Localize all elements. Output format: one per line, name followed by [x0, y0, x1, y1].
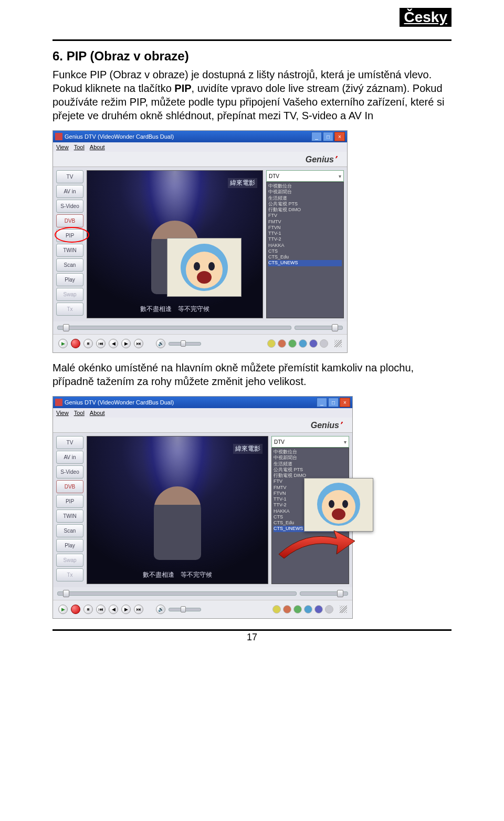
pip-overlay[interactable] — [167, 238, 242, 297]
avin-button[interactable]: AV in — [56, 451, 83, 464]
close-button[interactable]: × — [340, 398, 350, 407]
tx-button[interactable]: Tx — [56, 303, 83, 316]
dot-green[interactable] — [288, 339, 297, 348]
list-item[interactable]: TTV-2 — [268, 236, 342, 242]
scan-button[interactable]: Scan — [56, 258, 83, 272]
titlebar[interactable]: Genius DTV (VideoWonder CardBus Dual) _ … — [53, 131, 347, 142]
fwd-button[interactable]: ▶ — [121, 605, 131, 614]
close-button[interactable]: × — [334, 132, 345, 141]
next-button[interactable]: ⏭ — [134, 605, 143, 614]
fwd-button[interactable]: ▶ — [121, 339, 131, 348]
stop-button[interactable]: ■ — [83, 339, 93, 348]
seek-track-2[interactable] — [295, 326, 343, 330]
rew-button[interactable]: ◀ — [109, 339, 118, 348]
mute-button[interactable]: 🔊 — [156, 605, 165, 614]
prev-button[interactable]: ⏮ — [96, 605, 106, 614]
maximize-button[interactable]: □ — [328, 398, 339, 407]
source-dropdown[interactable]: DTV — [266, 170, 344, 182]
play-button[interactable]: Play — [56, 273, 83, 286]
pip-detached-window[interactable] — [304, 478, 373, 532]
list-item[interactable]: 公共電視 PTS — [268, 201, 342, 207]
minimize-button[interactable]: _ — [317, 398, 327, 407]
list-item[interactable]: 中視新聞台 — [274, 455, 347, 461]
volume-slider[interactable] — [169, 608, 201, 611]
list-item[interactable]: FTV — [268, 213, 342, 219]
dot-yellow[interactable] — [267, 339, 276, 348]
list-item[interactable]: 公共電視 PTS — [274, 467, 347, 473]
seek-thumb[interactable] — [63, 590, 69, 597]
list-item[interactable]: FTVN — [268, 225, 342, 231]
twin-button[interactable]: TWIN — [56, 510, 83, 523]
tv-button[interactable]: TV — [56, 436, 83, 449]
video-area[interactable]: 緯來電影 數不盡相逢 等不完守候 — [87, 170, 263, 318]
dot-cyan[interactable] — [304, 605, 312, 614]
list-item[interactable]: 中視數位台 — [274, 449, 347, 455]
dot-grey[interactable] — [320, 339, 328, 348]
menu-about[interactable]: About — [90, 144, 105, 150]
seek-thumb[interactable] — [63, 324, 69, 331]
menu-tool[interactable]: Tool — [74, 410, 85, 416]
resize-grip[interactable] — [340, 606, 347, 613]
channel-list[interactable]: 中視數位台 中視新聞台 生活頻道 公共電視 PTS 行動電視 DIMO FTV … — [266, 182, 344, 318]
rew-button[interactable]: ◀ — [109, 605, 118, 614]
dot-grey[interactable] — [325, 605, 333, 614]
list-item[interactable]: HAKKA — [268, 243, 342, 248]
twin-button[interactable]: TWIN — [56, 244, 83, 257]
record-button[interactable] — [71, 339, 80, 348]
seek-track-2[interactable] — [300, 591, 348, 596]
titlebar[interactable]: Genius DTV (VideoWonder CardBus Dual) _ … — [53, 397, 352, 408]
dvb-button[interactable]: DVB — [56, 480, 83, 493]
minimize-button[interactable]: _ — [311, 132, 322, 141]
dot-blue[interactable] — [309, 339, 318, 348]
pip-button[interactable]: PIP — [56, 229, 83, 242]
menu-view[interactable]: View — [56, 410, 69, 416]
video-area[interactable]: 緯來電影 數不盡相逢 等不完守候 — [87, 436, 268, 584]
resize-grip[interactable] — [334, 340, 342, 347]
list-item[interactable]: 行動電視 DIMO — [268, 207, 342, 213]
record-button[interactable] — [71, 605, 80, 614]
pip-button[interactable]: PIP — [56, 495, 83, 508]
play-ctrl-button[interactable]: ▶ — [58, 339, 68, 348]
seek-track[interactable] — [57, 591, 297, 596]
swap-button[interactable]: Swap — [56, 288, 83, 301]
dot-orange[interactable] — [278, 339, 286, 348]
list-item[interactable]: 生活頻道 — [268, 195, 342, 201]
menu-tool[interactable]: Tool — [74, 144, 85, 150]
dot-yellow[interactable] — [272, 605, 281, 614]
scan-button[interactable]: Scan — [56, 524, 83, 537]
seek-thumb-2[interactable] — [332, 324, 338, 331]
list-item[interactable]: CTS_Edu — [268, 254, 342, 260]
list-item[interactable]: TTV-1 — [268, 231, 342, 236]
dot-green[interactable] — [293, 605, 302, 614]
list-item[interactable]: FMTV — [268, 219, 342, 225]
volume-slider[interactable] — [169, 342, 201, 346]
play-ctrl-button[interactable]: ▶ — [58, 605, 68, 614]
svideo-button[interactable]: S-Video — [56, 200, 83, 213]
list-item-selected[interactable]: CTS_UNEWS — [268, 260, 342, 266]
dot-blue[interactable] — [314, 605, 323, 614]
seek-thumb-2[interactable] — [337, 590, 343, 597]
avin-button[interactable]: AV in — [56, 185, 83, 198]
list-item[interactable]: 中視新聞台 — [268, 189, 342, 195]
next-button[interactable]: ⏭ — [134, 339, 143, 348]
swap-button[interactable]: Swap — [56, 554, 83, 567]
dvb-button[interactable]: DVB — [56, 214, 83, 227]
play-button[interactable]: Play — [56, 539, 83, 552]
maximize-button[interactable]: □ — [323, 132, 333, 141]
list-item[interactable]: CTS — [268, 248, 342, 254]
dot-cyan[interactable] — [299, 339, 307, 348]
mute-button[interactable]: 🔊 — [156, 339, 165, 348]
source-dropdown[interactable]: DTV — [271, 436, 349, 448]
list-item[interactable]: 中視數位台 — [268, 183, 342, 189]
seek-track[interactable] — [57, 326, 291, 330]
volume-thumb[interactable] — [181, 340, 186, 347]
tv-button[interactable]: TV — [56, 170, 83, 183]
menu-view[interactable]: View — [56, 144, 69, 150]
menu-about[interactable]: About — [90, 410, 105, 416]
volume-thumb[interactable] — [181, 606, 186, 612]
prev-button[interactable]: ⏮ — [96, 339, 106, 348]
stop-button[interactable]: ■ — [83, 605, 93, 614]
list-item[interactable]: 生活頻道 — [274, 461, 347, 467]
tx-button[interactable]: Tx — [56, 568, 83, 581]
dot-orange[interactable] — [283, 605, 291, 614]
